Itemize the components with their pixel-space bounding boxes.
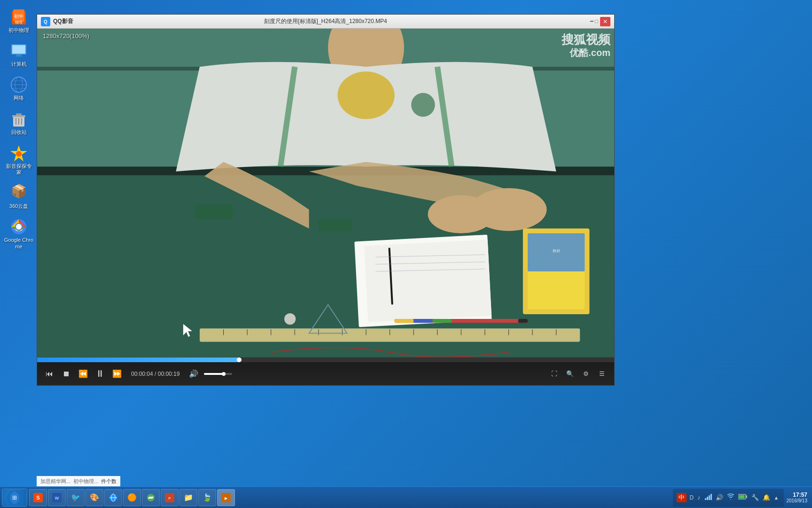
desktop-icon-chrome[interactable]: Google Chrome: [2, 214, 36, 252]
desktop-icon-yingtan[interactable]: 影音探探专家: [2, 141, 36, 178]
system-tray: 中 D ♪ 🔊: [673, 489, 783, 507]
player-window: Q QQ影音 刻度尺的使用[标清版]_H264高清_1280x720.MP4 ━…: [37, 14, 615, 386]
yingtan-icon: [9, 143, 28, 162]
system-clock[interactable]: 17:57 2016/9/13: [784, 492, 811, 503]
next-button[interactable]: ⏩: [110, 367, 124, 381]
svg-point-41: [428, 195, 494, 233]
svg-rect-5: [12, 45, 25, 54]
svg-text:P: P: [168, 496, 171, 500]
svg-point-26: [16, 224, 22, 230]
video-area[interactable]: 教材: [37, 29, 614, 357]
volume-slider[interactable]: [204, 373, 232, 375]
playlist-button[interactable]: ☰: [595, 367, 609, 381]
app-name: QQ影音: [53, 17, 73, 25]
time-display: 00:00:04 / 00:00:19: [131, 371, 180, 377]
svg-rect-98: [746, 495, 747, 498]
zhongxue-icon: 初中 物理: [9, 8, 28, 26]
svg-text:教材: 教材: [553, 249, 560, 253]
svg-point-38: [337, 71, 394, 119]
taskbar-folder[interactable]: 📁: [180, 489, 197, 506]
taskbar-ppt[interactable]: P: [161, 489, 179, 506]
start-button[interactable]: ⊞: [2, 489, 27, 507]
close-button[interactable]: ✕: [600, 17, 610, 26]
svg-rect-75: [414, 319, 432, 323]
youku-text: 优酷.com: [562, 47, 610, 58]
svg-text:⊞: ⊞: [12, 494, 17, 501]
svg-rect-45: [364, 239, 492, 322]
tray-notification[interactable]: 🔔: [762, 493, 771, 502]
svg-point-13: [11, 77, 26, 92]
orange-taskbar-icon: 🟠: [127, 493, 137, 502]
svg-rect-76: [433, 319, 452, 323]
window-controls: ━ □ ✕: [589, 17, 610, 26]
progress-bar[interactable]: [37, 357, 614, 362]
svg-rect-99: [739, 495, 744, 499]
ime-status: 件个数: [101, 478, 117, 485]
desktop-icons-panel: 初中 物理 初中物理 计算机: [0, 0, 38, 508]
volume-button[interactable]: 🔊: [187, 367, 200, 381]
control-bar: ⏮ ⏹ ⏪ ⏸ ⏩ 00:00:04 / 00:00:19 🔊 ⛶ 🔍: [37, 357, 614, 385]
tray-battery[interactable]: [737, 492, 749, 502]
clock-date: 2016/9/13: [787, 498, 808, 503]
svg-text:S: S: [36, 495, 39, 500]
computer-icon: [9, 41, 28, 60]
desktop-icon-label-chrome: Google Chrome: [4, 237, 34, 249]
taskbar-leaf[interactable]: 🍃: [198, 489, 216, 506]
zoom-button[interactable]: 🔍: [563, 367, 577, 381]
ime-tray-icon[interactable]: 中: [677, 493, 687, 502]
desktop: 初中 物理 初中物理 计算机: [0, 0, 812, 508]
qqplayer-logo: Q: [41, 17, 50, 26]
taskbar-word[interactable]: W: [48, 489, 66, 506]
clock-time: 17:57: [787, 492, 808, 498]
svg-rect-42: [195, 205, 233, 219]
leaf-taskbar-icon: 🍃: [203, 493, 212, 502]
desktop-icon-360cloud[interactable]: 📦 360云盘: [2, 181, 36, 212]
tray-music[interactable]: ♪: [696, 493, 702, 502]
desktop-icon-jisuanji[interactable]: 计算机: [2, 39, 36, 70]
sohu-watermark: 搜狐视频 优酷.com: [562, 32, 610, 58]
tray-expand[interactable]: ▲: [773, 494, 780, 501]
video-resolution: 1280x720(100%): [43, 32, 89, 40]
tray-settings[interactable]: 🔧: [750, 493, 760, 502]
tray-icon-1[interactable]: D: [688, 493, 695, 502]
desktop-icon-label-recycle: 回收站: [11, 129, 27, 135]
taskbar-exchange[interactable]: [142, 489, 160, 506]
svg-rect-16: [16, 113, 22, 115]
recycle-icon: [9, 110, 28, 128]
desktop-icon-label-jisuanji: 计算机: [11, 61, 27, 67]
tray-network[interactable]: [703, 492, 713, 503]
desktop-icon-wangluo[interactable]: 网络: [2, 72, 36, 104]
volume-handle: [222, 372, 226, 376]
svg-point-21: [16, 151, 22, 157]
svg-rect-94: [707, 497, 708, 500]
taskbar-bird[interactable]: 🐦: [67, 489, 85, 506]
svg-text:物理: 物理: [15, 20, 23, 24]
taskbar-ie[interactable]: [104, 489, 122, 506]
cloud360-icon: 📦: [9, 183, 28, 202]
desktop-icon-label-zhongxue: 初中物理: [8, 27, 29, 33]
ime-task-text-2: 初中物理...: [73, 478, 98, 485]
stop-button[interactable]: ⏹: [60, 367, 73, 381]
word-taskbar-icon: W: [52, 493, 62, 502]
svg-text:初中: 初中: [14, 14, 23, 19]
taskbar-paint[interactable]: 🎨: [86, 489, 103, 506]
ie-taskbar-icon: [109, 493, 118, 502]
prev-button[interactable]: ⏪: [77, 367, 90, 381]
settings-button[interactable]: ⚙: [579, 367, 593, 381]
rewind-button[interactable]: ⏮: [43, 367, 56, 381]
taskbar-sogou[interactable]: S: [29, 489, 47, 506]
pause-button[interactable]: ⏸: [94, 367, 107, 381]
taskbar-orange[interactable]: 🟠: [123, 489, 141, 506]
sohu-text: 搜狐视频: [562, 32, 610, 47]
folder-taskbar-icon: 📁: [184, 493, 193, 502]
tray-wifi[interactable]: [726, 492, 735, 502]
svg-rect-15: [12, 115, 25, 117]
ppt-taskbar-icon: P: [165, 493, 174, 502]
desktop-icon-recycle[interactable]: 回收站: [2, 107, 36, 138]
taskbar-media-player[interactable]: ▶: [217, 489, 235, 506]
paint-taskbar-icon: 🎨: [90, 493, 99, 502]
desktop-icon-zhongxue[interactable]: 初中 物理 初中物理: [2, 5, 36, 36]
network-icon: [9, 75, 28, 94]
tray-volume[interactable]: 🔊: [715, 493, 724, 502]
screenshot-button[interactable]: ⛶: [547, 367, 561, 381]
